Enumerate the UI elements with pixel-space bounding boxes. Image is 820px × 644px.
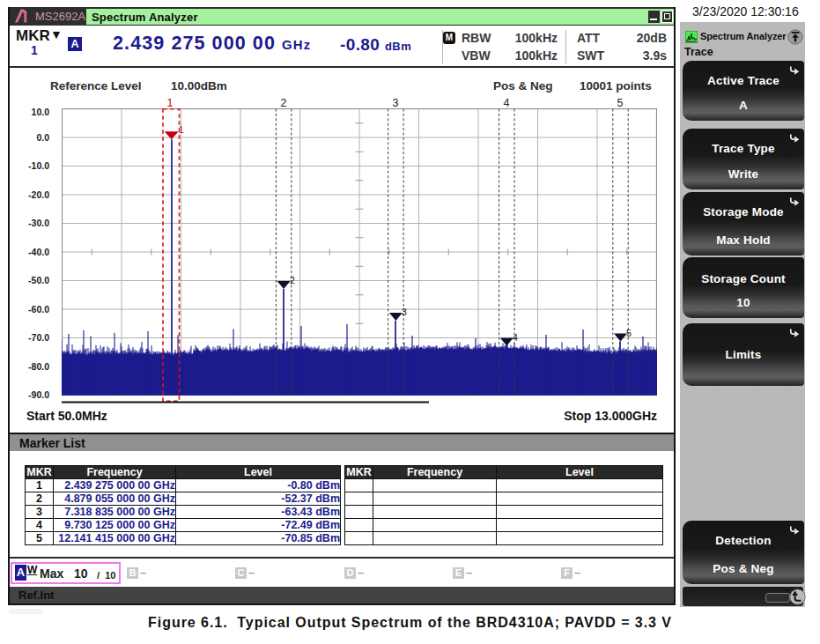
- svg-text:3: 3: [402, 307, 407, 317]
- svg-text:5: 5: [626, 328, 632, 338]
- svg-text:4: 4: [513, 332, 518, 343]
- svg-text:2: 2: [290, 275, 295, 285]
- svg-text:1: 1: [179, 125, 184, 135]
